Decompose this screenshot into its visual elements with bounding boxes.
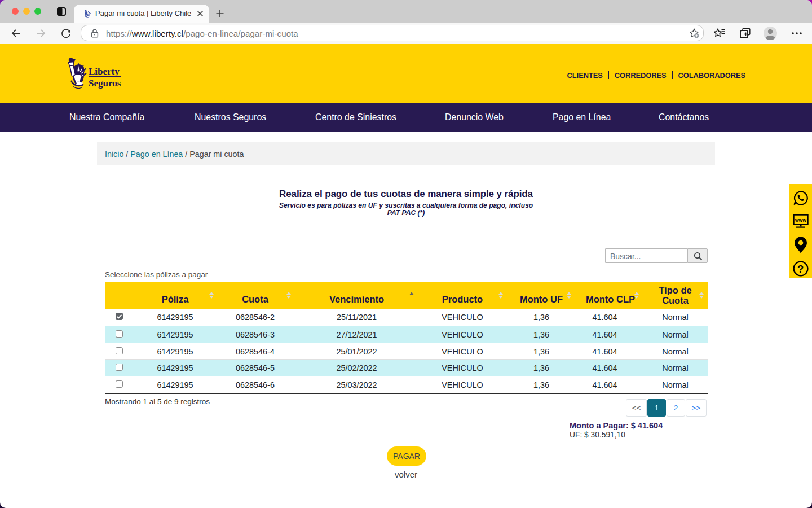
svg-text:Seguros: Seguros — [89, 78, 121, 89]
svg-text:Liberty: Liberty — [89, 66, 120, 77]
svg-text:?: ? — [797, 263, 804, 275]
svg-text:www: www — [795, 217, 806, 223]
